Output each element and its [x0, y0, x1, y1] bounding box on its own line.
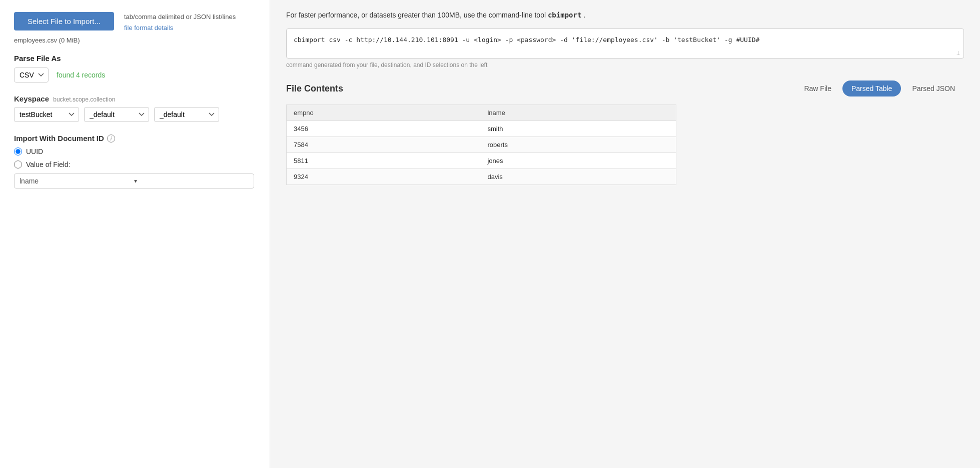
tab-parsed-json[interactable]: Parsed JSON [903, 80, 964, 96]
uuid-radio[interactable] [14, 148, 22, 156]
table-row: 7584roberts [287, 137, 676, 153]
parse-format-select[interactable]: CSV [14, 68, 49, 82]
chevron-down-icon: ▾ [134, 178, 249, 184]
uuid-radio-row: UUID [14, 148, 256, 156]
parse-row: CSV found 4 records [14, 68, 256, 82]
cell-lname: davis [480, 169, 676, 185]
keyspace-title: Keyspace bucket.scope.collection [14, 94, 256, 103]
view-tabs: Raw File Parsed Table Parsed JSON [795, 80, 964, 96]
cell-lname: smith [480, 121, 676, 137]
command-text: cbimport csv -c http://10.144.210.101:80… [294, 36, 759, 44]
select-file-button[interactable]: Select File to Import... [14, 12, 114, 30]
uuid-label[interactable]: UUID [26, 148, 43, 156]
bucket-select[interactable]: testBucket [14, 107, 79, 122]
keyspace-subtitle: bucket.scope.collection [53, 96, 115, 103]
value-of-field-label[interactable]: Value of Field: [26, 160, 70, 168]
table-row: 5811jones [287, 153, 676, 169]
doc-id-title: Import With Document ID i [14, 134, 256, 142]
col-header-empno: empno [287, 105, 480, 121]
command-hint: command generated from your file, destin… [286, 62, 964, 68]
table-header-row: empno lname [287, 105, 676, 121]
main-container: Select File to Import... tab/comma delim… [0, 0, 980, 468]
cell-lname: roberts [480, 137, 676, 153]
field-radio-row: Value of Field: [14, 160, 256, 168]
field-select-value: lname [20, 177, 134, 185]
table-body: 3456smith7584roberts5811jones9324davis [287, 121, 676, 185]
doc-id-info-icon[interactable]: i [107, 134, 115, 142]
cell-lname: jones [480, 153, 676, 169]
cell-empno: 3456 [287, 121, 480, 137]
tab-raw-file[interactable]: Raw File [795, 80, 840, 96]
found-records-badge: found 4 records [57, 71, 105, 79]
scope-select[interactable]: _default [84, 107, 149, 122]
tab-parsed-table[interactable]: Parsed Table [842, 80, 901, 96]
tool-name: cbimport [548, 11, 581, 19]
doc-id-section: Import With Document ID i UUID Value of … [14, 134, 256, 188]
table-row: 9324davis [287, 169, 676, 185]
cell-empno: 5811 [287, 153, 480, 169]
parse-section-label: Parse File As [14, 54, 256, 62]
file-format-info: tab/comma delimited or JSON list/lines f… [124, 12, 236, 32]
field-radio[interactable] [14, 160, 22, 168]
table-row: 3456smith [287, 121, 676, 137]
left-panel: Select File to Import... tab/comma delim… [0, 0, 270, 468]
file-format-text: tab/comma delimited or JSON list/lines [124, 13, 236, 20]
perf-note: For faster performance, or datasets grea… [286, 10, 964, 20]
file-name-label: employees.csv (0 MiB) [14, 36, 256, 44]
keyspace-selects: testBucket _default _default [14, 107, 256, 122]
file-contents-title: File Contents [286, 84, 795, 94]
right-panel: For faster performance, or datasets grea… [270, 0, 980, 468]
command-box: cbimport csv -c http://10.144.210.101:80… [286, 28, 964, 58]
field-select-wrapper[interactable]: lname ▾ [14, 174, 254, 188]
col-header-lname: lname [480, 105, 676, 121]
resize-handle-icon: ⟘ [956, 51, 962, 57]
cell-empno: 7584 [287, 137, 480, 153]
cell-empno: 9324 [287, 169, 480, 185]
data-table: empno lname 3456smith7584roberts5811jone… [286, 104, 676, 185]
keyspace-section: Keyspace bucket.scope.collection testBuc… [14, 94, 256, 122]
file-select-row: Select File to Import... tab/comma delim… [14, 12, 256, 32]
file-contents-header: File Contents Raw File Parsed Table Pars… [286, 80, 964, 96]
collection-select[interactable]: _default [154, 107, 219, 122]
file-format-link[interactable]: file format details [124, 23, 236, 33]
